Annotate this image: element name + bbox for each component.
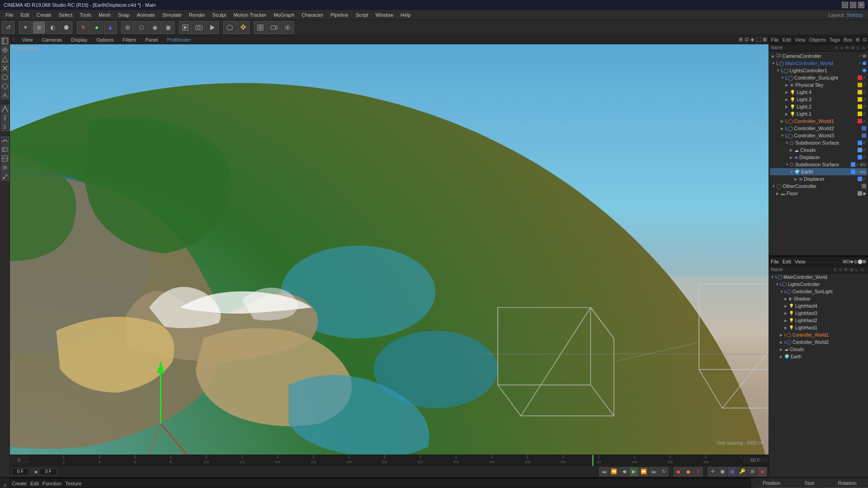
minimize-button[interactable]: – xyxy=(842,2,848,8)
obj-header-edit[interactable]: Edit xyxy=(783,37,791,42)
edge-mode[interactable]: ◉ xyxy=(148,21,161,34)
left-tool-10[interactable]: S xyxy=(1,123,9,131)
maximize-button[interactable]: □ xyxy=(850,2,856,8)
vp-icon-2[interactable]: ⊡ xyxy=(745,37,749,42)
mode-z[interactable]: ▲ xyxy=(104,21,117,34)
layout-value[interactable]: Startup xyxy=(847,12,863,18)
tree-item-light2[interactable]: ▶ 💡 Light.2 ✓ xyxy=(770,103,867,110)
left-tool-5[interactable] xyxy=(1,73,9,81)
frame-minus[interactable]: ◀ xyxy=(32,468,39,475)
tree-b-lighthard2[interactable]: ▶ 💡 LightHard2 xyxy=(769,317,868,324)
light-tool[interactable] xyxy=(237,21,250,34)
tree-arrow-subdiv1[interactable]: ▼ xyxy=(785,141,790,145)
tree-arrow-world1[interactable]: ▶ xyxy=(781,119,785,123)
tree-item-floor[interactable]: ▶ ▬ Floor ▣ xyxy=(770,190,867,197)
tree-arrow-subdiv2[interactable]: ▼ xyxy=(785,163,790,167)
menu-pipeline[interactable]: Pipeline xyxy=(327,10,352,20)
left-tool-13[interactable] xyxy=(1,155,9,163)
tree-item-ctrl-world2[interactable]: ▶ L◯ Controller_World2 xyxy=(770,125,867,132)
tree-b-arrow-sunlight[interactable]: ▼ xyxy=(780,290,784,294)
tree-arrow-light4[interactable]: ▶ xyxy=(785,90,790,94)
scale-tool[interactable]: ⊕ xyxy=(33,21,45,34)
vp-icon-3[interactable]: ◈ xyxy=(750,37,754,42)
menu-mograph[interactable]: MoGraph xyxy=(270,10,298,20)
play-button[interactable]: ▶ xyxy=(629,467,638,476)
menu-help[interactable]: Help xyxy=(397,10,415,20)
vp-menu-view[interactable]: View xyxy=(20,36,35,43)
tree-item-lights-ctrl[interactable]: ▼ L◯ LightsController1 xyxy=(770,67,867,74)
render-settings[interactable] xyxy=(193,21,205,34)
mat-edit[interactable]: Edit xyxy=(30,481,39,486)
vp-icon-4[interactable]: ⛶ xyxy=(756,37,761,42)
camera-tool[interactable] xyxy=(268,21,280,34)
tree-item-ctrl-world3[interactable]: ▼ L◯ Controller_World3 xyxy=(770,132,867,139)
undo-button[interactable]: ↺ xyxy=(2,21,14,34)
menu-animate[interactable]: Animate xyxy=(133,10,159,20)
vp-menu-display[interactable]: Display xyxy=(69,36,89,43)
menu-edit[interactable]: Edit xyxy=(17,10,33,20)
tree-item-other-ctrl[interactable]: ▼ ◯ OtherController xyxy=(770,183,867,190)
tree-item-subdiv2[interactable]: ▼ ⬡ Subdivision Surface ✓ ⊞⊡ xyxy=(770,161,867,168)
menu-tools[interactable]: Tools xyxy=(76,10,95,20)
tree-b-lighthard4[interactable]: ▶ 💡 LightHard4 xyxy=(769,302,868,310)
mode-btn-5[interactable]: ⊞ xyxy=(748,467,757,476)
tree-item-earth[interactable]: ▼ 🌍 Earth ✓ ⊞⊡ xyxy=(770,168,867,175)
tree-b-world2[interactable]: ▶ L◯ Controller_World2 xyxy=(769,338,868,346)
vp-menu-panel[interactable]: Panel xyxy=(143,36,160,43)
tree-b-arrow-w1[interactable]: ▶ xyxy=(780,333,784,337)
vp-menu-cameras[interactable]: Cameras xyxy=(40,36,64,43)
tree-item-clouds[interactable]: ▶ ☁ Clouds ✓ xyxy=(770,146,867,154)
current-frame-input[interactable] xyxy=(12,468,29,475)
tree-b-arrow-lh2[interactable]: ▶ xyxy=(784,319,789,323)
next-frame-button[interactable]: ⏩ xyxy=(639,467,648,476)
obj-header-objects[interactable]: Objects xyxy=(809,37,826,42)
mode-btn-2[interactable]: ▣ xyxy=(718,467,727,476)
left-tool-4[interactable] xyxy=(1,64,9,72)
tree-b-earth[interactable]: ▶ 🌍 Earth xyxy=(769,353,868,360)
tree-arrow-disp1[interactable]: ▶ xyxy=(790,155,794,160)
tree-b-sunlight[interactable]: ▼ L◯ Controller_SunLight xyxy=(769,288,868,295)
mode-y[interactable]: ● xyxy=(90,21,103,34)
tree-arrow-psky[interactable]: ▶ xyxy=(785,83,790,87)
tree-item-light4[interactable]: ▶ 💡 Light.4 ✓ xyxy=(770,89,867,96)
tree-b-arrow-w2[interactable]: ▶ xyxy=(780,340,784,344)
tree-arrow-lights[interactable]: ▼ xyxy=(776,69,781,73)
menu-window[interactable]: Window xyxy=(372,10,397,20)
transform-tool[interactable]: ⬟ xyxy=(60,21,72,34)
render-viewport[interactable] xyxy=(179,21,192,34)
viewport-canvas[interactable]: Perspective Grid Spacing : 6000 cm xyxy=(10,44,769,455)
obj-header-search[interactable]: ⊡ xyxy=(863,37,867,42)
tree-item-main-ctrl[interactable]: ▼ L◯ MainController_World ✓ xyxy=(770,60,867,67)
menu-create[interactable]: Create xyxy=(33,10,55,20)
left-tool-12[interactable] xyxy=(1,145,9,154)
menu-file[interactable]: File xyxy=(2,10,17,20)
loop-button[interactable]: ↻ xyxy=(659,467,668,476)
mode-btn-6[interactable]: ≡ xyxy=(758,467,767,476)
mode-btn-1[interactable]: ✛ xyxy=(708,467,717,476)
tree-item-light3[interactable]: ▶ 💡 Light.3 ✓ xyxy=(770,96,867,103)
left-tool-1[interactable] xyxy=(1,37,9,45)
close-button[interactable]: ✕ xyxy=(858,2,864,8)
flashlight-tool[interactable] xyxy=(281,21,294,34)
tree-arrow-light2[interactable]: ▶ xyxy=(785,105,790,109)
left-tool-8[interactable] xyxy=(1,105,9,113)
tree-b-lighthard3[interactable]: ▶ 💡 LightHard3 xyxy=(769,310,868,317)
obj-header-more[interactable]: ⊞ xyxy=(856,37,859,42)
left-tool-14[interactable] xyxy=(1,164,9,172)
menu-select[interactable]: Select xyxy=(55,10,76,20)
go-start-button[interactable]: ⏮ xyxy=(599,467,609,476)
left-tool-11[interactable] xyxy=(1,136,9,145)
point-mode[interactable]: ▣ xyxy=(162,21,175,34)
tree-b-arrow-lh1[interactable]: ▶ xyxy=(784,326,789,330)
poly-mode[interactable]: ⬡ xyxy=(135,21,147,34)
record-button[interactable]: ⏺ xyxy=(674,467,683,476)
tree-item-ctrl-world1[interactable]: ▶ L◯ Controller_World1 ✓ xyxy=(770,117,867,125)
move-tool[interactable]: ✦ xyxy=(19,21,32,34)
tree-b-clouds[interactable]: ▶ ☁ Clouds xyxy=(769,346,868,353)
menu-render[interactable]: Render xyxy=(185,10,209,20)
obj-bottom-view[interactable]: View xyxy=(795,259,806,264)
tree-b-world1[interactable]: ▶ L◯ Controller_World1 xyxy=(769,331,868,338)
keyframe-input[interactable] xyxy=(40,468,57,475)
menu-snap[interactable]: Snap xyxy=(114,10,133,20)
tree-arrow-other[interactable]: ▼ xyxy=(772,184,776,188)
